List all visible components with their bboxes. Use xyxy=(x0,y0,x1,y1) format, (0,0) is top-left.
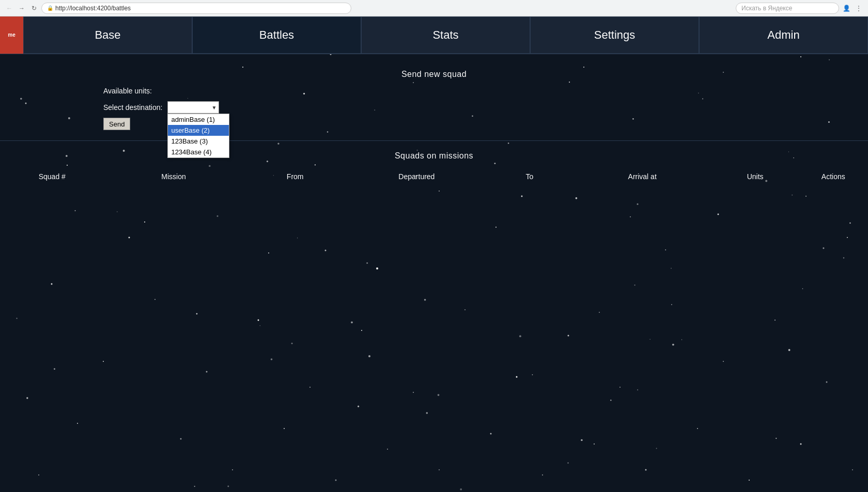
forward-button[interactable]: → xyxy=(17,3,27,13)
browser-chrome: ← → ↻ 🔒 http://localhost:4200/battles Ис… xyxy=(0,0,868,17)
dropdown-item-admin[interactable]: adminBase (1) xyxy=(168,114,229,125)
tab-battles[interactable]: Battles xyxy=(192,17,361,54)
section-divider xyxy=(0,140,868,141)
col-header-actions: Actions xyxy=(799,168,868,185)
search-bar[interactable]: Искать в Яндексе xyxy=(736,3,839,14)
tab-admin[interactable]: Admin xyxy=(699,17,868,54)
squads-section: Squads on missions Squad # Mission From … xyxy=(0,146,868,190)
tab-settings[interactable]: Settings xyxy=(530,17,699,54)
reload-button[interactable]: ↻ xyxy=(29,3,39,13)
squads-title: Squads on missions xyxy=(0,151,868,161)
dropdown-item-123[interactable]: 123Base (3) xyxy=(168,136,229,147)
main-content: Send new squad Available units: Select d… xyxy=(0,54,868,200)
browser-toolbar: ← → ↻ 🔒 http://localhost:4200/battles Ис… xyxy=(0,0,868,17)
col-header-from: From xyxy=(243,168,347,185)
nav-bar: me Base Battles Stats Settings Admin xyxy=(0,17,868,54)
dropdown-item-user[interactable]: userBase (2) xyxy=(168,125,229,136)
search-placeholder: Искать в Яндексе xyxy=(741,5,792,12)
select-destination-label: Select destination: xyxy=(103,103,162,112)
back-button[interactable]: ← xyxy=(4,3,14,13)
col-header-squad: Squad # xyxy=(0,168,104,185)
col-header-units: Units xyxy=(712,168,799,185)
destination-row: Select destination: ▼ adminBase (1) user… xyxy=(103,101,765,114)
user-button[interactable]: 👤 xyxy=(841,3,851,13)
menu-button[interactable]: ⋮ xyxy=(854,3,864,13)
squads-table-header: Squad # Mission From Departured To Arriv… xyxy=(0,168,868,185)
send-squad-title: Send new squad xyxy=(103,70,765,79)
destination-dropdown-container: ▼ adminBase (1) userBase (2) 123Base (3)… xyxy=(167,101,219,114)
squads-header-row: Squad # Mission From Departured To Arriv… xyxy=(0,168,868,185)
squads-table: Squad # Mission From Departured To Arriv… xyxy=(0,168,868,185)
send-squad-section: Send new squad Available units: Select d… xyxy=(0,65,868,135)
lock-icon: 🔒 xyxy=(47,5,53,11)
destination-dropdown-trigger[interactable]: ▼ xyxy=(167,101,219,114)
tab-stats[interactable]: Stats xyxy=(361,17,530,54)
send-button[interactable]: Send xyxy=(103,118,130,130)
col-header-mission: Mission xyxy=(104,168,243,185)
available-units-label: Available units: xyxy=(103,87,765,95)
url-text: http://localhost:4200/battles xyxy=(55,5,131,12)
destination-dropdown-list: adminBase (1) userBase (2) 123Base (3) 1… xyxy=(167,114,229,158)
dropdown-arrow-icon: ▼ xyxy=(212,105,217,110)
col-header-arrival: Arrival at xyxy=(573,168,712,185)
logo: me xyxy=(0,17,23,54)
col-header-to: To xyxy=(486,168,573,185)
address-bar[interactable]: 🔒 http://localhost:4200/battles xyxy=(41,3,351,14)
tab-base[interactable]: Base xyxy=(23,17,192,54)
dropdown-item-1234[interactable]: 1234Base (4) xyxy=(168,147,229,157)
col-header-departed: Departured xyxy=(347,168,486,185)
